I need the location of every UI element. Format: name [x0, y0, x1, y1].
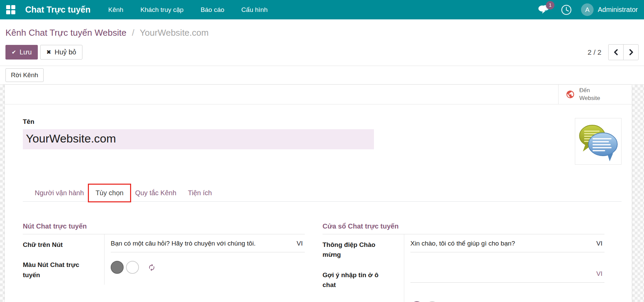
breadcrumb-current: YourWebsite.com: [140, 28, 208, 38]
group-title-livechat-button: Nút Chat trực tuyến: [23, 222, 305, 234]
go-to-website-label: Đến Website: [579, 87, 608, 102]
button-text-label: Chữ trên Nút: [23, 234, 105, 254]
header-color-label: Màu header của kênh: [323, 295, 404, 302]
check-icon: ✔: [12, 49, 16, 55]
notebook-tabs: Người vận hành Tùy chọn Quy tắc Kênh Tiệ…: [23, 185, 622, 202]
menu-bao-cao[interactable]: Báo cáo: [201, 6, 224, 14]
button-box-strip: Đến Website: [5, 85, 632, 104]
sheet-body: Tên: [5, 104, 632, 302]
chat-input-placeholder-lang-badge[interactable]: VI: [596, 270, 604, 278]
chevron-left-icon: [613, 49, 619, 55]
leave-channel-button[interactable]: Rời Kênh: [5, 68, 44, 82]
row-button-color: Màu Nút Chat trực tuyến: [23, 254, 305, 285]
go-to-website-button[interactable]: Đến Website: [558, 85, 632, 104]
row-button-text: Chữ trên Nút Bạn có một câu hỏi? Hãy trò…: [23, 234, 305, 254]
row-welcome-message: Thông điệp Chào mừng Xin chào, tôi có th…: [323, 234, 604, 265]
button-color-swatch-primary[interactable]: [111, 261, 124, 274]
activity-clock-icon[interactable]: [561, 4, 572, 16]
menu-khach-truy-cap[interactable]: Khách truy cập: [140, 6, 184, 14]
avatar: A: [581, 3, 594, 16]
control-panel: Kênh Chat Trực tuyến Website / YourWebsi…: [0, 19, 644, 66]
button-color-label: Màu Nút Chat trực tuyến: [23, 254, 105, 285]
main-menu: Kênh Khách truy cập Báo cáo Cấu hình: [108, 6, 268, 14]
tab-quy-tac-kenh[interactable]: Quy tắc Kênh: [129, 185, 182, 201]
control-panel-actions: ✔ Lưu ✖ Huỷ bỏ 2 / 2: [5, 44, 639, 60]
menu-cau-hinh[interactable]: Cấu hình: [241, 6, 268, 14]
secondary-actions-strip: Rời Kênh: [0, 66, 644, 85]
navbar-right: 1 A Administrator: [538, 3, 638, 16]
welcome-message-label: Thông điệp Chào mừng: [323, 234, 404, 265]
tab-tuy-chon[interactable]: Tùy chọn: [90, 185, 129, 201]
form-sheet: Đến Website Tên: [5, 85, 632, 302]
apps-grid-icon[interactable]: [6, 5, 16, 15]
discard-button[interactable]: ✖ Huỷ bỏ: [40, 45, 82, 60]
chat-input-placeholder-label: Gợi ý nhập tin ở ô chat: [323, 265, 404, 295]
name-field-group: Tên: [23, 118, 374, 149]
chat-bubbles-image: [577, 120, 619, 163]
pager-counter: 2 / 2: [587, 48, 601, 56]
tab-tien-ich[interactable]: Tiện ích: [182, 185, 218, 201]
breadcrumb: Kênh Chat Trực tuyến Website / YourWebsi…: [5, 28, 639, 38]
cross-icon: ✖: [46, 49, 51, 56]
tab-nguoi-van-hanh[interactable]: Người vận hành: [29, 185, 90, 201]
chevron-right-icon: [628, 49, 634, 55]
save-button[interactable]: ✔ Lưu: [5, 45, 38, 60]
user-menu[interactable]: A Administrator: [581, 3, 638, 16]
row-header-color: Màu header của kênh: [323, 295, 604, 302]
app-title[interactable]: Chat Trực tuyến: [25, 5, 91, 15]
messages-icon[interactable]: 1: [538, 4, 550, 15]
breadcrumb-parent-link[interactable]: Kênh Chat Trực tuyến Website: [5, 28, 126, 38]
pager: 2 / 2: [587, 44, 639, 60]
name-input[interactable]: [23, 129, 374, 149]
pager-next-button[interactable]: [623, 44, 639, 60]
channel-image[interactable]: [575, 118, 622, 165]
refresh-color-icon[interactable]: [148, 264, 156, 271]
group-livechat-window: Cửa sổ Chat trực tuyến Thông điệp Chào m…: [323, 222, 604, 302]
name-field-label: Tên: [23, 118, 374, 125]
button-text-lang-badge[interactable]: VI: [297, 240, 305, 247]
welcome-message-lang-badge[interactable]: VI: [596, 240, 604, 247]
menu-kenh[interactable]: Kênh: [108, 6, 123, 14]
breadcrumb-separator: /: [132, 28, 134, 38]
globe-icon: [566, 90, 575, 99]
button-color-swatch-secondary[interactable]: [126, 261, 139, 274]
pager-previous-button[interactable]: [608, 44, 624, 60]
row-chat-input-placeholder: Gợi ý nhập tin ở ô chat VI: [323, 265, 604, 295]
top-navbar: Chat Trực tuyến Kênh Khách truy cập Báo …: [0, 0, 644, 19]
content-area: Đến Website Tên: [0, 85, 644, 302]
user-name: Administrator: [598, 6, 638, 14]
group-livechat-button: Nút Chat trực tuyến Chữ trên Nút Bạn có …: [23, 222, 305, 302]
messages-badge: 1: [546, 1, 554, 10]
button-text-field[interactable]: Bạn có một câu hỏi? Hãy trò chuyện với c…: [111, 240, 255, 247]
welcome-message-field[interactable]: Xin chào, tôi có thể giúp gì cho bạn?: [410, 240, 515, 247]
group-title-livechat-window: Cửa sổ Chat trực tuyến: [323, 222, 604, 234]
